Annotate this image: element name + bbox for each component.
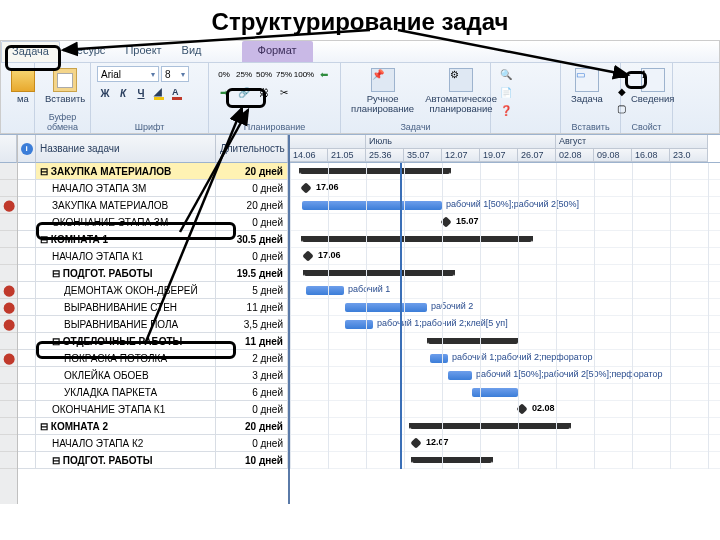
duration-cell[interactable]: 3 дней	[216, 367, 288, 384]
tab-view[interactable]: Вид	[172, 41, 212, 62]
manual-schedule-button[interactable]: 📌Ручное планирование	[347, 66, 418, 116]
task-name-cell[interactable]: УКЛАДКА ПАРКЕТА	[36, 384, 216, 401]
tab-project[interactable]: Проект	[115, 41, 171, 62]
auto-schedule-button[interactable]: ⚙Автоматическое планирование	[421, 66, 501, 116]
italic-button[interactable]: К	[115, 85, 131, 101]
duration-cell[interactable]: 2 дней	[216, 350, 288, 367]
name-header[interactable]: Название задачи	[36, 135, 216, 163]
gantt-row[interactable]: рабочий 1[50%];рабочий 2[50%];перфоратор	[290, 367, 720, 384]
gantt-row[interactable]: рабочий 2	[290, 299, 720, 316]
indent-button[interactable]: ➡	[215, 84, 233, 100]
milestone-marker[interactable]	[410, 437, 421, 448]
pct-50-button[interactable]: 50%	[255, 66, 273, 82]
task-name-cell[interactable]: НАЧАЛО ЭТАПА К2	[36, 435, 216, 452]
task-bar[interactable]	[472, 388, 518, 397]
font-size-select[interactable]: 8▾	[161, 66, 189, 82]
bold-button[interactable]: Ж	[97, 85, 113, 101]
mode-button[interactable]: ❓	[497, 102, 515, 118]
gantt-row[interactable]: 17.06	[290, 248, 720, 265]
summary-bar[interactable]	[300, 168, 450, 174]
gantt-row[interactable]: рабочий 1;рабочий 2;клей[5 уп]	[290, 316, 720, 333]
pct-75-button[interactable]: 75%	[275, 66, 293, 82]
paste-button[interactable]: Вставить	[41, 66, 89, 106]
duration-cell[interactable]: 30.5 дней	[216, 231, 288, 248]
duration-cell[interactable]: 19.5 дней	[216, 265, 288, 282]
task-name-cell[interactable]: ОКОНЧАНИЕ ЭТАПА К1	[36, 401, 216, 418]
task-name-cell[interactable]: ОКОНЧАНИЕ ЭТАПА ЗМ	[36, 214, 216, 231]
task-name-cell[interactable]: ЗАКУПКА МАТЕРИАЛОВ	[36, 197, 216, 214]
gantt-row[interactable]	[290, 231, 720, 248]
tab-task[interactable]: Задача	[1, 41, 60, 62]
font-color-button[interactable]: A	[169, 85, 185, 101]
pct-25-button[interactable]: 25%	[235, 66, 253, 82]
task-bar[interactable]	[302, 201, 442, 210]
task-bar[interactable]	[345, 303, 427, 312]
gantt-row[interactable]	[290, 333, 720, 350]
task-name-cell[interactable]: ⊟ ПОДГОТ. РАБОТЫ	[36, 265, 216, 282]
split-button[interactable]: ✂	[275, 84, 293, 100]
task-name-cell[interactable]: ⊟ КОМНАТА 2	[36, 418, 216, 435]
summary-bar[interactable]	[302, 236, 532, 242]
summary-bar[interactable]	[410, 423, 570, 429]
gantt-row[interactable]: рабочий 1[50%];рабочий 2[50%]	[290, 197, 720, 214]
duration-cell[interactable]: 0 дней	[216, 214, 288, 231]
duration-cell[interactable]: 3,5 дней	[216, 316, 288, 333]
milestone-marker[interactable]	[300, 182, 311, 193]
task-name-cell[interactable]: ⊟ ОТДЕЛОЧНЫЕ РАБОТЫ	[36, 333, 216, 350]
task-name-cell[interactable]: ВЫРАВНИВАНИЕ СТЕН	[36, 299, 216, 316]
task-bar[interactable]	[430, 354, 448, 363]
tab-format[interactable]: Формат	[242, 41, 313, 62]
task-name-cell[interactable]: НАЧАЛО ЭТАПА К1	[36, 248, 216, 265]
gantt-row[interactable]	[290, 163, 720, 180]
task-bar[interactable]	[448, 371, 472, 380]
duration-cell[interactable]: 10 дней	[216, 452, 288, 469]
gantt-row[interactable]	[290, 384, 720, 401]
link-button[interactable]: 🔗	[235, 84, 253, 100]
move-button[interactable]: 📄	[497, 84, 515, 100]
pct-100-button[interactable]: 100%	[295, 66, 313, 82]
duration-cell[interactable]: 20 дней	[216, 163, 288, 180]
gantt-row[interactable]	[290, 452, 720, 469]
outdent-button[interactable]: ⬅	[315, 66, 333, 82]
duration-cell[interactable]: 0 дней	[216, 248, 288, 265]
task-name-cell[interactable]: НАЧАЛО ЭТАПА ЗМ	[36, 180, 216, 197]
insert-task-button[interactable]: ▭Задача	[567, 66, 607, 106]
fill-color-button[interactable]: ◢	[151, 85, 167, 101]
gantt-row[interactable]: 02.08	[290, 401, 720, 418]
tab-resource[interactable]: Ресурс	[60, 41, 115, 62]
task-name-cell[interactable]: ДЕМОНТАЖ ОКОН-ДВЕРЕЙ	[36, 282, 216, 299]
duration-cell[interactable]: 20 дней	[216, 197, 288, 214]
duration-cell[interactable]: 5 дней	[216, 282, 288, 299]
gantt-row[interactable]: 12.07	[290, 435, 720, 452]
gantt-row[interactable]: 17.06	[290, 180, 720, 197]
milestone-marker[interactable]	[302, 250, 313, 261]
task-name-cell[interactable]: ⊟ ЗАКУПКА МАТЕРИАЛОВ	[36, 163, 216, 180]
summary-bar[interactable]	[304, 270, 454, 276]
inspect-button[interactable]: 🔍	[497, 66, 515, 82]
duration-cell[interactable]: 11 дней	[216, 299, 288, 316]
duration-cell[interactable]: 0 дней	[216, 401, 288, 418]
duration-cell[interactable]: 20 дней	[216, 418, 288, 435]
task-name-cell[interactable]: ОКЛЕЙКА ОБОЕВ	[36, 367, 216, 384]
gantt-row[interactable]: рабочий 1	[290, 282, 720, 299]
pct-0-button[interactable]: 0%	[215, 66, 233, 82]
info-button[interactable]: ℹСведения	[627, 66, 678, 106]
task-name-cell[interactable]: ВЫРАВНИВАНИЕ ПОЛА	[36, 316, 216, 333]
gantt-row[interactable]: рабочий 1;рабочий 2;перфоратор	[290, 350, 720, 367]
gantt-row[interactable]: 15.07	[290, 214, 720, 231]
task-name-cell[interactable]: ПОКРАСКА ПОТОЛКА	[36, 350, 216, 367]
gantt-row[interactable]	[290, 418, 720, 435]
task-bar[interactable]	[345, 320, 373, 329]
unlink-button[interactable]: ⛓	[255, 84, 273, 100]
task-name-cell[interactable]: ⊟ ПОДГОТ. РАБОТЫ	[36, 452, 216, 469]
duration-cell[interactable]: 6 дней	[216, 384, 288, 401]
underline-button[interactable]: Ч	[133, 85, 149, 101]
gantt-chart[interactable]: ИюльАвгуст 14.0621.0525.3635.0712.0719.0…	[290, 135, 720, 504]
duration-cell[interactable]: 11 дней	[216, 333, 288, 350]
task-name-cell[interactable]: ⊟ КОМНАТА 1	[36, 231, 216, 248]
duration-cell[interactable]: 0 дней	[216, 180, 288, 197]
font-family-select[interactable]: Arial▾	[97, 66, 159, 82]
task-bar[interactable]	[306, 286, 344, 295]
duration-header[interactable]: Длительность	[216, 135, 288, 163]
gantt-row[interactable]	[290, 265, 720, 282]
